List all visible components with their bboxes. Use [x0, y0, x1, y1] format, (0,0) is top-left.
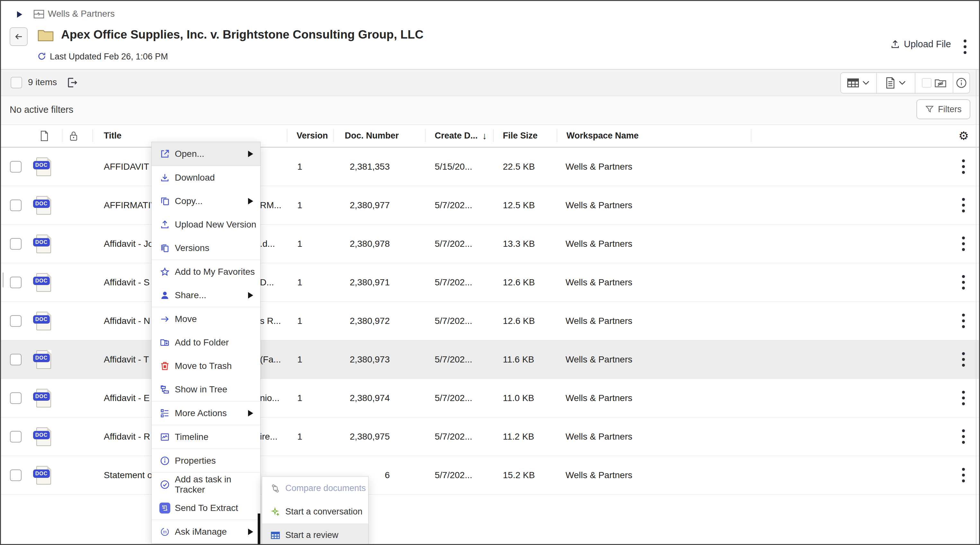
menu-item-show-in-tree[interactable]: Show in Tree	[152, 378, 260, 401]
export-icon[interactable]	[65, 76, 78, 89]
row-title[interactable]: Affidavit - R	[104, 418, 150, 456]
lock-column-icon[interactable]	[69, 125, 78, 147]
filters-button[interactable]: Filters	[916, 99, 970, 119]
select-all-checkbox[interactable]	[11, 77, 22, 88]
submenu-item-start-conversation[interactable]: Start a conversation	[262, 500, 368, 523]
row-checkbox[interactable]	[10, 199, 22, 211]
breadcrumb[interactable]: Wells & Partners	[48, 9, 115, 19]
row-title[interactable]: Affidavit - E	[104, 379, 150, 417]
table-row[interactable]: DOC Affidavit - Jo .d... 1 2,380,978 5/7…	[1, 225, 980, 263]
menu-item-add-to-favorites[interactable]: Add to My Favorites	[152, 260, 260, 284]
row-actions-kebab[interactable]	[962, 236, 965, 251]
row-title[interactable]: AFFIRMATIV	[104, 186, 156, 224]
row-checkbox[interactable]	[10, 315, 22, 327]
sort-descending-icon[interactable]: ↓	[482, 131, 487, 142]
menu-item-share[interactable]: Share...	[152, 284, 260, 307]
row-title-overflow: ire...	[260, 418, 277, 456]
info-button[interactable]	[953, 73, 969, 93]
document-column-icon[interactable]	[40, 125, 49, 147]
table-row[interactable]: DOC Statement o 6 5/7/202... 15.2 KB Wel…	[1, 456, 980, 494]
row-workspace: Wells & Partners	[565, 456, 632, 494]
menu-item-add-to-folder[interactable]: Add to Folder	[152, 331, 260, 354]
row-title[interactable]: AFFIDAVIT C	[104, 148, 158, 186]
column-title[interactable]: Title	[104, 125, 121, 147]
row-checkbox[interactable]	[10, 277, 22, 288]
header-kebab-menu[interactable]	[964, 40, 967, 54]
row-checkbox[interactable]	[10, 354, 22, 365]
submenu-arrow-icon	[248, 410, 253, 416]
upload-file-button[interactable]: Upload File	[890, 39, 951, 49]
scrollbar-track[interactable]	[976, 70, 977, 544]
filter-status: No active filters	[10, 104, 73, 115]
svg-text:m: m	[163, 529, 166, 534]
row-actions-kebab[interactable]	[962, 429, 965, 444]
menu-item-add-as-task[interactable]: Add as task in Tracker	[152, 473, 260, 496]
row-actions-kebab[interactable]	[962, 314, 965, 328]
filter-bar: No active filters Filters	[1, 96, 980, 125]
row-workspace: Wells & Partners	[565, 186, 632, 224]
column-create-date[interactable]: Create D... ↓	[435, 125, 487, 147]
table-row[interactable]: DOC Affidavit - N s R... 1 2,380,972 5/7…	[1, 302, 980, 340]
row-title-overflow: .d...	[260, 225, 275, 263]
row-title[interactable]: Affidavit - T	[104, 340, 149, 379]
row-title[interactable]: Affidavit - S	[104, 263, 150, 301]
submenu-item-start-review[interactable]: Start a review	[262, 523, 368, 545]
preview-checkbox[interactable]	[922, 78, 931, 88]
row-title[interactable]: Statement o	[104, 456, 152, 494]
column-workspace[interactable]: Workspace Name	[566, 125, 639, 147]
row-actions-kebab[interactable]	[962, 391, 965, 405]
column-settings-gear-icon[interactable]: ⚙	[958, 125, 969, 147]
menu-item-timeline[interactable]: Timeline	[152, 425, 260, 449]
table-row[interactable]: DOC AFFIRMATIV RM... 1 2,380,977 5/7/202…	[1, 186, 980, 225]
column-file-size[interactable]: File Size	[503, 125, 538, 147]
row-checkbox[interactable]	[10, 431, 22, 443]
column-doc-number[interactable]: Doc. Number	[345, 125, 399, 147]
row-doc-number: 2,380,972	[344, 302, 390, 340]
row-checkbox[interactable]	[10, 392, 22, 404]
row-version: 1	[284, 263, 316, 301]
row-title[interactable]: Affidavit - Jo	[104, 225, 153, 263]
breadcrumb-expand-icon[interactable]	[17, 11, 22, 18]
table-row[interactable]: DOC Affidavit - E nio... 1 2,380,974 5/7…	[1, 379, 980, 418]
menu-item-properties[interactable]: Properties	[152, 449, 260, 472]
menu-item-upload-new-version[interactable]: Upload New Version	[152, 213, 260, 236]
row-actions-kebab[interactable]	[962, 352, 965, 367]
table-row-selected[interactable]: DOC Affidavit - T (Fa... 1 2,380,973 5/7…	[1, 340, 980, 379]
menu-item-move[interactable]: Move	[152, 307, 260, 331]
document-view-button[interactable]	[876, 73, 915, 93]
menu-item-ask-imanage[interactable]: m Ask iManage	[152, 520, 260, 543]
menu-item-send-to-extract[interactable]: Send To Extract	[152, 496, 260, 520]
menu-item-download[interactable]: Download	[152, 166, 260, 189]
hide-preview-button[interactable]	[915, 73, 953, 93]
row-actions-kebab[interactable]	[962, 159, 965, 174]
table-row[interactable]: DOC Affidavit - S D... 1 2,380,971 5/7/2…	[1, 263, 980, 302]
row-title[interactable]: Affidavit - N	[104, 302, 150, 340]
folder-plus-icon	[159, 337, 170, 348]
menu-item-move-to-trash[interactable]: Move to Trash	[152, 354, 260, 378]
menu-scrollbar-thumb[interactable]	[258, 513, 260, 545]
row-title-overflow: s R...	[260, 302, 281, 340]
row-actions-kebab[interactable]	[962, 275, 965, 290]
submenu-arrow-icon	[248, 292, 253, 298]
back-button[interactable]	[10, 27, 28, 46]
row-checkbox[interactable]	[10, 470, 22, 481]
check-circle-icon	[159, 479, 170, 490]
menu-item-more-actions[interactable]: More Actions	[152, 402, 260, 425]
row-version: 1	[284, 148, 316, 186]
menu-item-copy[interactable]: Copy...	[152, 189, 260, 213]
row-actions-kebab[interactable]	[962, 468, 965, 482]
row-checkbox[interactable]	[10, 161, 22, 172]
table-view-button[interactable]	[841, 73, 876, 93]
table-row[interactable]: DOC Affidavit - R ire... 1 2,380,975 5/7…	[1, 418, 980, 456]
menu-item-versions[interactable]: Versions	[152, 236, 260, 260]
row-file-size: 12.6 KB	[503, 302, 535, 340]
row-checkbox[interactable]	[10, 238, 22, 250]
table-row[interactable]: DOC AFFIDAVIT C 1 2,381,353 5/15/20... 2…	[1, 148, 980, 186]
trash-icon	[159, 360, 170, 371]
menu-item-open[interactable]: Open...	[152, 142, 260, 166]
row-actions-kebab[interactable]	[962, 198, 965, 212]
column-version[interactable]: Version	[297, 125, 328, 147]
refresh-icon[interactable]	[37, 52, 46, 61]
info-icon	[956, 77, 967, 88]
info-circle-icon	[159, 455, 170, 466]
